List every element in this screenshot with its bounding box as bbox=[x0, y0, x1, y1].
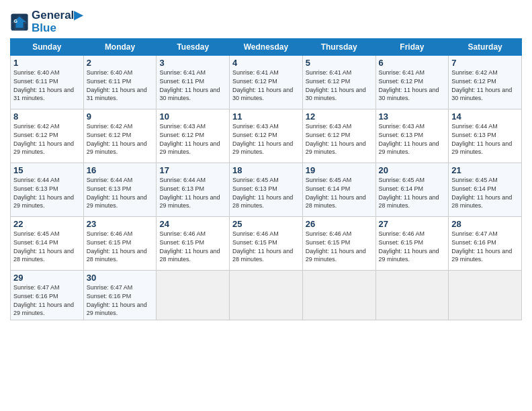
calendar-week-row: 15 Sunrise: 6:44 AMSunset: 6:13 PMDaylig… bbox=[11, 163, 522, 217]
day-number: 13 bbox=[379, 111, 446, 122]
day-detail: Sunrise: 6:45 AMSunset: 6:14 PMDaylight:… bbox=[451, 177, 512, 209]
header: G General▶ Blue bbox=[10, 7, 522, 34]
day-detail: Sunrise: 6:43 AMSunset: 6:12 PMDaylight:… bbox=[159, 123, 220, 155]
table-cell: 17 Sunrise: 6:44 AMSunset: 6:13 PMDaylig… bbox=[157, 163, 230, 217]
day-number: 17 bbox=[159, 165, 226, 175]
day-detail: Sunrise: 6:46 AMSunset: 6:15 PMDaylight:… bbox=[87, 230, 147, 263]
table-cell bbox=[157, 271, 230, 320]
day-number: 24 bbox=[159, 219, 226, 229]
calendar-week-row: 29 Sunrise: 6:47 AMSunset: 6:16 PMDaylig… bbox=[11, 271, 522, 320]
day-detail: Sunrise: 6:46 AMSunset: 6:15 PMDaylight:… bbox=[379, 230, 439, 263]
day-number: 11 bbox=[232, 111, 300, 122]
day-number: 7 bbox=[451, 58, 519, 68]
table-cell bbox=[375, 271, 449, 320]
day-detail: Sunrise: 6:45 AMSunset: 6:13 PMDaylight:… bbox=[232, 177, 293, 209]
day-number: 5 bbox=[306, 58, 373, 68]
day-number: 9 bbox=[87, 111, 154, 122]
day-detail: Sunrise: 6:41 AMSunset: 6:11 PMDaylight:… bbox=[159, 69, 220, 101]
table-cell bbox=[302, 271, 375, 320]
day-number: 15 bbox=[13, 165, 81, 175]
table-cell bbox=[449, 271, 522, 320]
day-detail: Sunrise: 6:40 AMSunset: 6:11 PMDaylight:… bbox=[13, 69, 74, 101]
day-number: 14 bbox=[451, 111, 519, 122]
col-tuesday: Tuesday bbox=[157, 39, 230, 56]
col-wednesday: Wednesday bbox=[230, 39, 303, 56]
calendar-header-row: Sunday Monday Tuesday Wednesday Thursday… bbox=[11, 39, 522, 56]
table-cell: 5 Sunrise: 6:41 AMSunset: 6:12 PMDayligh… bbox=[302, 56, 375, 109]
svg-text:G: G bbox=[14, 19, 18, 24]
table-cell: 9 Sunrise: 6:42 AMSunset: 6:12 PMDayligh… bbox=[83, 109, 157, 163]
table-cell: 16 Sunrise: 6:44 AMSunset: 6:13 PMDaylig… bbox=[83, 163, 157, 217]
table-cell: 7 Sunrise: 6:42 AMSunset: 6:12 PMDayligh… bbox=[449, 56, 522, 109]
table-cell: 20 Sunrise: 6:45 AMSunset: 6:14 PMDaylig… bbox=[375, 163, 449, 217]
col-thursday: Thursday bbox=[302, 39, 375, 56]
logo-icon: G bbox=[10, 13, 29, 32]
table-cell: 15 Sunrise: 6:44 AMSunset: 6:13 PMDaylig… bbox=[11, 163, 84, 217]
day-detail: Sunrise: 6:46 AMSunset: 6:15 PMDaylight:… bbox=[306, 230, 366, 263]
table-cell: 12 Sunrise: 6:43 AMSunset: 6:12 PMDaylig… bbox=[302, 109, 375, 163]
day-detail: Sunrise: 6:42 AMSunset: 6:12 PMDaylight:… bbox=[13, 123, 74, 155]
page: G General▶ Blue Sunday Monday Tuesday We… bbox=[0, 0, 532, 411]
day-detail: Sunrise: 6:47 AMSunset: 6:16 PMDaylight:… bbox=[451, 230, 512, 263]
day-number: 30 bbox=[87, 273, 154, 283]
table-cell: 19 Sunrise: 6:45 AMSunset: 6:14 PMDaylig… bbox=[302, 163, 375, 217]
day-number: 20 bbox=[379, 165, 446, 175]
day-number: 2 bbox=[87, 58, 154, 68]
day-number: 4 bbox=[232, 58, 300, 68]
table-cell: 24 Sunrise: 6:46 AMSunset: 6:15 PMDaylig… bbox=[157, 217, 230, 271]
table-cell: 29 Sunrise: 6:47 AMSunset: 6:16 PMDaylig… bbox=[11, 271, 84, 320]
day-detail: Sunrise: 6:45 AMSunset: 6:14 PMDaylight:… bbox=[13, 230, 74, 263]
day-detail: Sunrise: 6:41 AMSunset: 6:12 PMDaylight:… bbox=[232, 69, 293, 101]
day-number: 8 bbox=[13, 111, 81, 122]
table-cell: 21 Sunrise: 6:45 AMSunset: 6:14 PMDaylig… bbox=[449, 163, 522, 217]
table-cell: 23 Sunrise: 6:46 AMSunset: 6:15 PMDaylig… bbox=[83, 217, 157, 271]
table-cell: 14 Sunrise: 6:44 AMSunset: 6:13 PMDaylig… bbox=[449, 109, 522, 163]
table-cell: 13 Sunrise: 6:43 AMSunset: 6:13 PMDaylig… bbox=[375, 109, 449, 163]
table-cell: 30 Sunrise: 6:47 AMSunset: 6:16 PMDaylig… bbox=[83, 271, 157, 320]
logo-text: General▶ Blue bbox=[32, 9, 83, 34]
day-detail: Sunrise: 6:45 AMSunset: 6:14 PMDaylight:… bbox=[379, 177, 439, 209]
calendar-week-row: 22 Sunrise: 6:45 AMSunset: 6:14 PMDaylig… bbox=[11, 217, 522, 271]
day-detail: Sunrise: 6:45 AMSunset: 6:14 PMDaylight:… bbox=[306, 177, 366, 209]
day-detail: Sunrise: 6:41 AMSunset: 6:12 PMDaylight:… bbox=[379, 69, 439, 101]
table-cell: 3 Sunrise: 6:41 AMSunset: 6:11 PMDayligh… bbox=[157, 56, 230, 109]
day-number: 21 bbox=[451, 165, 519, 175]
day-detail: Sunrise: 6:44 AMSunset: 6:13 PMDaylight:… bbox=[13, 177, 74, 209]
table-cell: 18 Sunrise: 6:45 AMSunset: 6:13 PMDaylig… bbox=[230, 163, 303, 217]
day-detail: Sunrise: 6:47 AMSunset: 6:16 PMDaylight:… bbox=[87, 284, 147, 316]
day-number: 23 bbox=[87, 219, 154, 229]
table-cell: 28 Sunrise: 6:47 AMSunset: 6:16 PMDaylig… bbox=[449, 217, 522, 271]
day-number: 19 bbox=[306, 165, 373, 175]
day-number: 29 bbox=[13, 273, 81, 283]
col-saturday: Saturday bbox=[449, 39, 522, 56]
day-number: 6 bbox=[379, 58, 446, 68]
day-number: 10 bbox=[159, 111, 226, 122]
day-detail: Sunrise: 6:42 AMSunset: 6:12 PMDaylight:… bbox=[87, 123, 147, 155]
table-cell: 2 Sunrise: 6:40 AMSunset: 6:11 PMDayligh… bbox=[83, 56, 157, 109]
calendar-body: 1 Sunrise: 6:40 AMSunset: 6:11 PMDayligh… bbox=[11, 56, 522, 320]
day-number: 16 bbox=[87, 165, 154, 175]
day-detail: Sunrise: 6:44 AMSunset: 6:13 PMDaylight:… bbox=[451, 123, 512, 155]
table-cell: 11 Sunrise: 6:43 AMSunset: 6:12 PMDaylig… bbox=[230, 109, 303, 163]
col-monday: Monday bbox=[83, 39, 157, 56]
day-number: 12 bbox=[306, 111, 373, 122]
day-detail: Sunrise: 6:44 AMSunset: 6:13 PMDaylight:… bbox=[159, 177, 220, 209]
calendar-week-row: 1 Sunrise: 6:40 AMSunset: 6:11 PMDayligh… bbox=[11, 56, 522, 109]
logo: G General▶ Blue bbox=[10, 9, 83, 34]
table-cell: 1 Sunrise: 6:40 AMSunset: 6:11 PMDayligh… bbox=[11, 56, 84, 109]
day-detail: Sunrise: 6:40 AMSunset: 6:11 PMDaylight:… bbox=[87, 69, 147, 101]
table-cell: 25 Sunrise: 6:46 AMSunset: 6:15 PMDaylig… bbox=[230, 217, 303, 271]
day-number: 1 bbox=[13, 58, 81, 68]
table-cell bbox=[230, 271, 303, 320]
table-cell: 4 Sunrise: 6:41 AMSunset: 6:12 PMDayligh… bbox=[230, 56, 303, 109]
day-detail: Sunrise: 6:43 AMSunset: 6:12 PMDaylight:… bbox=[232, 123, 293, 155]
table-cell: 10 Sunrise: 6:43 AMSunset: 6:12 PMDaylig… bbox=[157, 109, 230, 163]
day-number: 26 bbox=[306, 219, 373, 229]
table-cell: 8 Sunrise: 6:42 AMSunset: 6:12 PMDayligh… bbox=[11, 109, 84, 163]
table-cell: 26 Sunrise: 6:46 AMSunset: 6:15 PMDaylig… bbox=[302, 217, 375, 271]
day-detail: Sunrise: 6:44 AMSunset: 6:13 PMDaylight:… bbox=[87, 177, 147, 209]
table-cell: 6 Sunrise: 6:41 AMSunset: 6:12 PMDayligh… bbox=[375, 56, 449, 109]
day-number: 28 bbox=[451, 219, 519, 229]
day-detail: Sunrise: 6:42 AMSunset: 6:12 PMDaylight:… bbox=[451, 69, 512, 101]
day-number: 27 bbox=[379, 219, 446, 229]
